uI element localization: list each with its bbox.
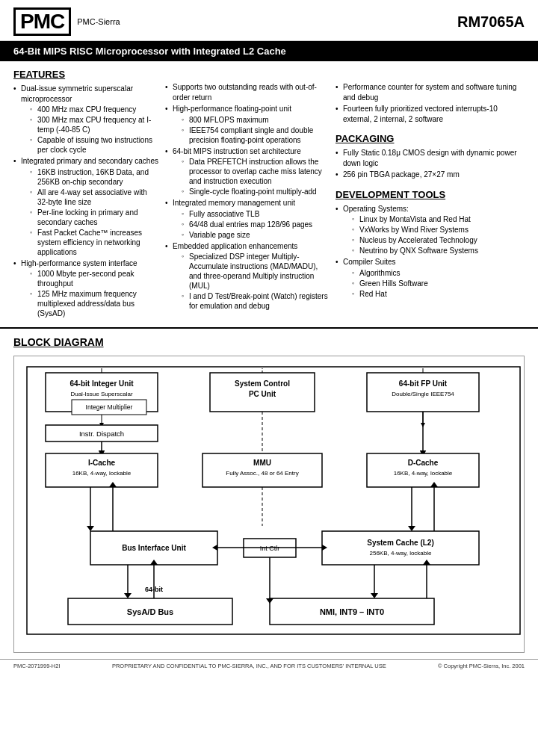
svg-text:PC Unit: PC Unit [249,390,276,398]
svg-rect-43 [322,531,479,565]
svg-text:Fully Assoc., 48 or 64 Entry: Fully Assoc., 48 or 64 Entry [226,470,298,477]
footer-center: PROPRIETARY AND CONFIDENTIAL TO PMC-SIER… [112,663,386,669]
list-item: 800 MFLOPS maximum [182,115,330,125]
list-item: High-performance system interface 1000 M… [13,258,159,319]
list-item: IEEE754 compliant single and double prec… [182,126,330,145]
list-item: Red Hat [352,289,525,299]
list-item: Algorithmics [352,268,525,278]
features-mid-list: Supports two outstanding reads with out-… [165,82,330,311]
list-item: Integrated primary and secondary caches … [13,156,159,257]
list-item: I and D Test/Break-point (Watch) registe… [182,291,330,311]
list-item: Specialized DSP integer Multiply-Accumul… [182,252,330,291]
svg-text:Bus Interface Unit: Bus Interface Unit [122,544,186,552]
features-mid-col: Supports two outstanding reads with out-… [165,69,330,320]
svg-text:16KB, 4-way, lockable: 16KB, 4-way, lockable [394,470,453,477]
list-item: Fourteen fully prioritized vectored inte… [336,104,525,124]
block-diagram-svg: 64-bit Integer Unit Dual-Issue Superscal… [23,365,524,642]
list-item: Neutrino by QNX Software Systems [352,246,525,255]
svg-marker-31 [87,526,94,531]
list-item: VxWorks by Wind River Systems [352,225,525,235]
svg-text:Integer Multiplier: Integer Multiplier [86,403,133,411]
svg-text:Dual-Issue Superscalar: Dual-Issue Superscalar [70,391,132,397]
list-item: Capable of issuing two instructions per … [30,135,159,155]
block-diagram-section: BLOCK DIAGRAM 64-bit Integer Unit Dual-I… [0,329,538,659]
list-item: Linux by MontaVista and Red Hat [352,214,525,224]
list-item: Compiler Suites Algorithmics Green Hills… [336,257,525,299]
features-right-col: Performance counter for system and softw… [336,69,525,320]
list-item: Data PREFETCH instruction allows the pro… [182,157,330,186]
list-item: Performance counter for system and softw… [336,82,525,102]
svg-marker-50 [124,593,132,598]
list-item: Supports two outstanding reads with out-… [165,82,330,102]
list-item: Integrated memory management unit Fully … [165,198,330,240]
list-item: Fully associative TLB [182,209,330,219]
block-diagram-title: BLOCK DIAGRAM [13,336,525,348]
list-item: 256 pin TBGA package, 27×27 mm [336,170,525,180]
footer-left: PMC-2071999-H2I [13,663,61,669]
list-item: Single-cycle floating-point multiply-add [182,187,330,196]
list-item: 300 MHz max CPU frequency at I-temp (-40… [30,115,159,134]
list-item: Operating Systems: Linux by MontaVista a… [336,204,525,256]
list-item: Per-line locking in primary and secondar… [30,208,159,227]
list-item: High-performance floating-point unit 800… [165,104,330,145]
packaging-list: Fully Static 0.18μ CMOS design with dyna… [336,148,525,180]
svg-text:SysA/D Bus: SysA/D Bus [127,607,173,616]
footer-right: © Copyright PMC-Sierra, Inc. 2001 [438,663,525,669]
svg-text:I-Cache: I-Cache [88,459,116,467]
title-bar: 64-Bit MIPS RISC Microprocessor with Int… [0,41,538,61]
list-item: Nucleus by Accelerated Technology [352,235,525,245]
extra-features-list: Performance counter for system and softw… [336,82,525,124]
svg-text:D-Cache: D-Cache [408,459,439,467]
logo-area: PMC PMC-Sierra [13,7,120,36]
pmc-logo: PMC [13,7,71,36]
features-list: Dual-issue symmetric superscalar micropr… [13,84,159,318]
list-item: 400 MHz max CPU frequency [30,105,159,114]
svg-text:MMU: MMU [253,459,271,467]
list-item: Green Hills Software [352,279,525,288]
dev-tools-list: Operating Systems: Linux by MontaVista a… [336,204,525,299]
svg-text:Double/Single IEEE754: Double/Single IEEE754 [392,391,454,397]
list-item: Fast Packet Cache™ increases system effi… [30,228,159,257]
svg-text:64-bit: 64-bit [145,586,163,593]
title-text: 64-Bit MIPS RISC Microprocessor with Int… [13,46,286,57]
list-item: 16KB instruction, 16KB Data, and 256KB o… [30,167,159,187]
svg-text:Instr. Dispatch: Instr. Dispatch [79,430,124,438]
list-item: 64/48 dual entries map 128/96 pages [182,220,330,229]
features-left-col: FEATURES Dual-issue symmetric superscala… [13,69,159,320]
list-item: Variable page size [182,230,330,240]
company-name: PMC-Sierra [77,17,120,26]
svg-marker-54 [371,593,378,598]
packaging-title: PACKAGING [336,133,525,144]
part-number: RM7065A [457,13,525,31]
page-footer: PMC-2071999-H2I PROPRIETARY AND CONFIDEN… [0,659,538,672]
list-item: 125 MHz maximum frequency multiplexed ad… [30,289,159,318]
features-title: FEATURES [13,69,159,80]
list-item: 64-bit MIPS instruction set architecture… [165,146,330,197]
svg-text:64-bit FP Unit: 64-bit FP Unit [399,379,448,388]
svg-text:System Control: System Control [235,379,290,388]
svg-text:System Cache (L2): System Cache (L2) [367,539,433,547]
svg-text:16KB, 4-way, lockable: 16KB, 4-way, lockable [72,470,132,477]
list-item: Embedded application enhancements Specia… [165,241,330,312]
dev-tools-title: DEVELOPMENT TOOLS [336,189,525,200]
list-item: Fully Static 0.18μ CMOS design with dyna… [336,148,525,168]
list-item: All are 4-way set associative with 32-by… [30,188,159,207]
diagram-container: 64-bit Integer Unit Dual-Issue Superscal… [13,356,525,653]
svg-marker-35 [408,526,415,531]
list-item: 1000 Mbyte per-second peak throughput [30,269,159,288]
svg-text:Int Ctlr: Int Ctlr [260,545,280,552]
svg-text:64-bit Integer Unit: 64-bit Integer Unit [69,379,134,388]
list-item: Dual-issue symmetric superscalar micropr… [13,84,159,155]
svg-text:256KB, 4-way, lockable: 256KB, 4-way, lockable [369,550,432,557]
features-section: FEATURES Dual-issue symmetric superscala… [0,61,538,329]
page-header: PMC PMC-Sierra RM7065A [0,0,538,41]
svg-text:NMI, INT9 – INT0: NMI, INT9 – INT0 [320,607,384,616]
